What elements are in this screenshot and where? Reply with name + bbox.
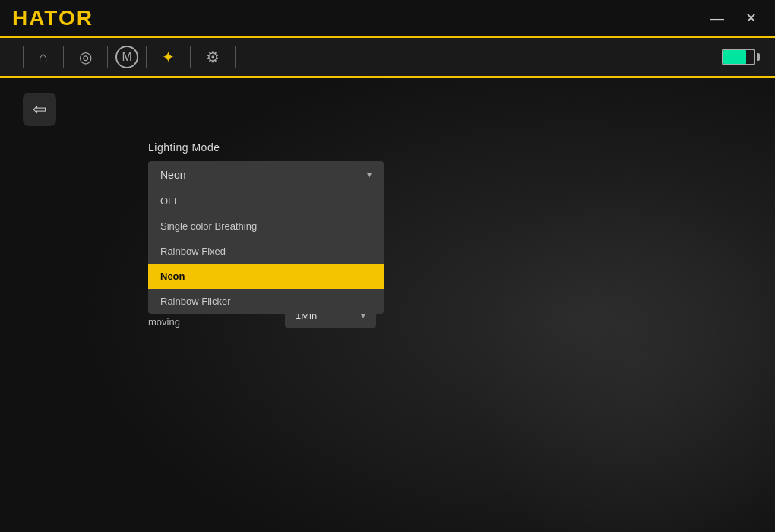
window-controls: — ✕: [704, 7, 763, 30]
battery-fill: [723, 50, 746, 64]
dropdown-item-rainbow-fixed[interactable]: Rainbow Fixed: [148, 239, 384, 264]
settings-icon[interactable]: ⚙: [198, 43, 227, 71]
content-panel: Lighting Mode Neon ▾ OFF Single color Br…: [148, 141, 752, 329]
main-content: ⇦ Lighting Mode Neon ▾ OFF Single color …: [0, 78, 775, 344]
dropdown-current-label: Neon: [160, 169, 185, 181]
dropdown-list: OFF Single color Breathing Rainbow Fixed…: [148, 188, 384, 314]
home-icon[interactable]: ⌂: [31, 44, 55, 71]
lighting-mode-dropdown[interactable]: Neon ▾ OFF Single color Breathing Rainbo…: [148, 161, 384, 188]
nav-separator-5: [235, 46, 236, 68]
dropdown-selected-value[interactable]: Neon ▾: [148, 161, 384, 188]
chevron-down-icon: ▾: [367, 169, 372, 180]
nav-separator-4: [190, 46, 191, 68]
crosshair-icon[interactable]: ◎: [71, 43, 100, 71]
titlebar: HATOR — ✕: [0, 0, 775, 38]
lighting-icon[interactable]: ✦: [154, 43, 182, 71]
navbar: ⌂ ◎ M ✦ ⚙: [0, 38, 775, 78]
nav-separator-3: [146, 46, 147, 68]
dropdown-item-off[interactable]: OFF: [148, 188, 384, 214]
minimize-button[interactable]: —: [704, 7, 730, 30]
dropdown-item-rainbow-flicker[interactable]: Rainbow Flicker: [148, 289, 384, 314]
battery-indicator: [722, 49, 760, 65]
macro-icon[interactable]: M: [115, 46, 138, 68]
battery-tip: [757, 53, 760, 61]
dropdown-item-neon[interactable]: Neon: [148, 264, 384, 289]
nav-separator-2: [107, 46, 108, 68]
nav-separator-1: [63, 46, 64, 68]
close-button[interactable]: ✕: [739, 7, 763, 30]
lighting-mode-label: Lighting Mode: [148, 141, 752, 154]
back-button[interactable]: ⇦: [23, 93, 56, 126]
dropdown-item-single-color[interactable]: Single color Breathing: [148, 214, 384, 239]
battery-body: [722, 49, 755, 65]
nav-separator-0: [23, 46, 24, 68]
app-logo: HATOR: [12, 6, 93, 30]
